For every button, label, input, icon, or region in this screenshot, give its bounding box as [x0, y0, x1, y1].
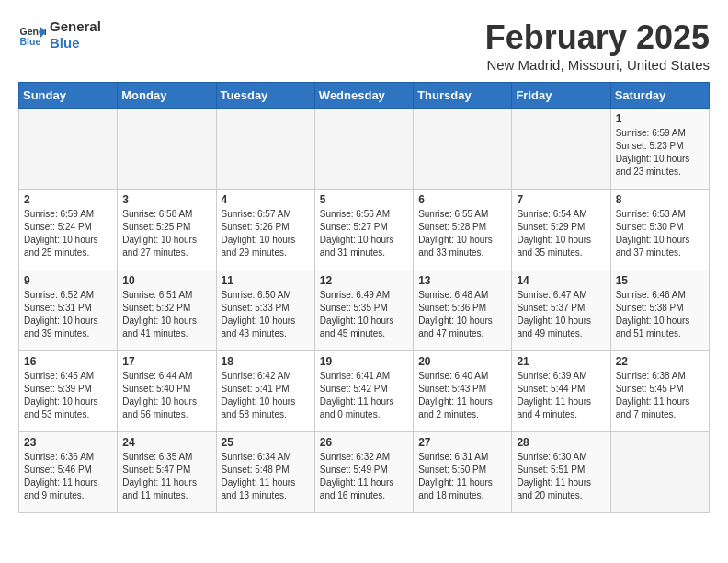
calendar-day-cell [19, 109, 118, 190]
calendar-day-cell [216, 109, 314, 190]
calendar-day-cell: 2Sunrise: 6:59 AM Sunset: 5:24 PM Daylig… [19, 190, 118, 270]
day-info: Sunrise: 6:46 AM Sunset: 5:38 PM Dayligh… [616, 289, 704, 340]
calendar-day-cell: 18Sunrise: 6:42 AM Sunset: 5:41 PM Dayli… [216, 351, 314, 432]
day-number: 27 [418, 436, 506, 449]
day-number: 18 [222, 355, 310, 368]
day-info: Sunrise: 6:49 AM Sunset: 5:35 PM Dayligh… [320, 289, 408, 340]
day-info: Sunrise: 6:45 AM Sunset: 5:39 PM Dayligh… [24, 370, 112, 421]
calendar-week-row: 23Sunrise: 6:36 AM Sunset: 5:46 PM Dayli… [19, 432, 710, 513]
day-number: 20 [418, 355, 506, 368]
calendar-day-cell: 6Sunrise: 6:55 AM Sunset: 5:28 PM Daylig… [414, 190, 512, 270]
calendar-day-cell [314, 109, 413, 190]
day-info: Sunrise: 6:57 AM Sunset: 5:26 PM Dayligh… [222, 208, 310, 259]
calendar-day-cell: 21Sunrise: 6:39 AM Sunset: 5:44 PM Dayli… [512, 351, 610, 432]
day-info: Sunrise: 6:40 AM Sunset: 5:43 PM Dayligh… [418, 370, 506, 421]
day-number: 3 [122, 193, 210, 206]
calendar-day-cell: 26Sunrise: 6:32 AM Sunset: 5:49 PM Dayli… [314, 432, 413, 513]
day-of-week-header: Saturday [610, 83, 709, 109]
day-info: Sunrise: 6:54 AM Sunset: 5:29 PM Dayligh… [517, 208, 605, 259]
calendar-day-cell: 20Sunrise: 6:40 AM Sunset: 5:43 PM Dayli… [414, 351, 512, 432]
calendar-day-cell: 19Sunrise: 6:41 AM Sunset: 5:42 PM Dayli… [314, 351, 413, 432]
day-info: Sunrise: 6:41 AM Sunset: 5:42 PM Dayligh… [320, 370, 408, 421]
day-info: Sunrise: 6:42 AM Sunset: 5:41 PM Dayligh… [222, 370, 310, 421]
day-info: Sunrise: 6:39 AM Sunset: 5:44 PM Dayligh… [517, 370, 605, 421]
day-number: 25 [222, 436, 310, 449]
day-number: 7 [517, 193, 605, 206]
day-number: 6 [418, 193, 506, 206]
day-info: Sunrise: 6:30 AM Sunset: 5:51 PM Dayligh… [517, 451, 605, 502]
day-info: Sunrise: 6:56 AM Sunset: 5:27 PM Dayligh… [320, 208, 408, 259]
day-number: 8 [616, 193, 704, 206]
logo-icon: General Blue [18, 21, 46, 49]
day-info: Sunrise: 6:59 AM Sunset: 5:24 PM Dayligh… [24, 208, 112, 259]
day-info: Sunrise: 6:36 AM Sunset: 5:46 PM Dayligh… [24, 451, 112, 502]
day-number: 10 [122, 274, 210, 287]
day-number: 9 [24, 274, 112, 287]
calendar-day-cell [414, 109, 512, 190]
calendar-day-cell [512, 109, 610, 190]
calendar-day-cell: 7Sunrise: 6:54 AM Sunset: 5:29 PM Daylig… [512, 190, 610, 270]
day-number: 4 [222, 193, 310, 206]
day-number: 21 [517, 355, 605, 368]
calendar-day-cell: 3Sunrise: 6:58 AM Sunset: 5:25 PM Daylig… [118, 190, 216, 270]
calendar-day-cell [610, 432, 709, 513]
calendar-day-cell: 12Sunrise: 6:49 AM Sunset: 5:35 PM Dayli… [314, 270, 413, 351]
logo-text-general: General [50, 18, 101, 35]
day-info: Sunrise: 6:52 AM Sunset: 5:31 PM Dayligh… [24, 289, 112, 340]
calendar-header-row: SundayMondayTuesdayWednesdayThursdayFrid… [19, 83, 710, 109]
day-info: Sunrise: 6:38 AM Sunset: 5:45 PM Dayligh… [616, 370, 704, 421]
calendar-day-cell: 22Sunrise: 6:38 AM Sunset: 5:45 PM Dayli… [610, 351, 709, 432]
day-info: Sunrise: 6:32 AM Sunset: 5:49 PM Dayligh… [320, 451, 408, 502]
calendar-day-cell: 11Sunrise: 6:50 AM Sunset: 5:33 PM Dayli… [216, 270, 314, 351]
day-number: 23 [24, 436, 112, 449]
day-of-week-header: Friday [512, 83, 610, 109]
calendar-day-cell: 9Sunrise: 6:52 AM Sunset: 5:31 PM Daylig… [19, 270, 118, 351]
day-number: 22 [616, 355, 704, 368]
day-of-week-header: Tuesday [216, 83, 314, 109]
day-info: Sunrise: 6:58 AM Sunset: 5:25 PM Dayligh… [122, 208, 210, 259]
calendar-day-cell: 27Sunrise: 6:31 AM Sunset: 5:50 PM Dayli… [414, 432, 512, 513]
calendar-day-cell: 10Sunrise: 6:51 AM Sunset: 5:32 PM Dayli… [118, 270, 216, 351]
calendar-day-cell: 5Sunrise: 6:56 AM Sunset: 5:27 PM Daylig… [314, 190, 413, 270]
calendar-day-cell: 24Sunrise: 6:35 AM Sunset: 5:47 PM Dayli… [118, 432, 216, 513]
day-info: Sunrise: 6:53 AM Sunset: 5:30 PM Dayligh… [616, 208, 704, 259]
calendar-day-cell: 1Sunrise: 6:59 AM Sunset: 5:23 PM Daylig… [610, 109, 709, 190]
day-info: Sunrise: 6:34 AM Sunset: 5:48 PM Dayligh… [222, 451, 310, 502]
calendar-day-cell [118, 109, 216, 190]
day-of-week-header: Thursday [414, 83, 512, 109]
day-number: 19 [320, 355, 408, 368]
day-of-week-header: Monday [118, 83, 216, 109]
day-number: 28 [517, 436, 605, 449]
day-number: 16 [24, 355, 112, 368]
calendar-day-cell: 25Sunrise: 6:34 AM Sunset: 5:48 PM Dayli… [216, 432, 314, 513]
calendar-day-cell: 14Sunrise: 6:47 AM Sunset: 5:37 PM Dayli… [512, 270, 610, 351]
day-number: 26 [320, 436, 408, 449]
day-info: Sunrise: 6:31 AM Sunset: 5:50 PM Dayligh… [418, 451, 506, 502]
calendar-week-row: 9Sunrise: 6:52 AM Sunset: 5:31 PM Daylig… [19, 270, 710, 351]
calendar-day-cell: 15Sunrise: 6:46 AM Sunset: 5:38 PM Dayli… [610, 270, 709, 351]
day-number: 12 [320, 274, 408, 287]
day-number: 15 [616, 274, 704, 287]
page-header: General Blue General Blue February 2025 … [18, 18, 710, 73]
calendar-table: SundayMondayTuesdayWednesdayThursdayFrid… [18, 82, 710, 513]
day-info: Sunrise: 6:48 AM Sunset: 5:36 PM Dayligh… [418, 289, 506, 340]
svg-text:Blue: Blue [20, 36, 41, 47]
day-number: 1 [616, 112, 704, 125]
calendar-day-cell: 8Sunrise: 6:53 AM Sunset: 5:30 PM Daylig… [610, 190, 709, 270]
day-info: Sunrise: 6:55 AM Sunset: 5:28 PM Dayligh… [418, 208, 506, 259]
calendar-week-row: 2Sunrise: 6:59 AM Sunset: 5:24 PM Daylig… [19, 190, 710, 270]
calendar-day-cell: 16Sunrise: 6:45 AM Sunset: 5:39 PM Dayli… [19, 351, 118, 432]
day-number: 17 [122, 355, 210, 368]
day-info: Sunrise: 6:35 AM Sunset: 5:47 PM Dayligh… [122, 451, 210, 502]
day-number: 24 [122, 436, 210, 449]
day-info: Sunrise: 6:44 AM Sunset: 5:40 PM Dayligh… [122, 370, 210, 421]
calendar-title: February 2025 [485, 18, 710, 57]
day-number: 14 [517, 274, 605, 287]
calendar-day-cell: 13Sunrise: 6:48 AM Sunset: 5:36 PM Dayli… [414, 270, 512, 351]
logo-text-blue: Blue [50, 35, 101, 52]
day-info: Sunrise: 6:59 AM Sunset: 5:23 PM Dayligh… [616, 127, 704, 178]
calendar-week-row: 16Sunrise: 6:45 AM Sunset: 5:39 PM Dayli… [19, 351, 710, 432]
day-of-week-header: Wednesday [314, 83, 413, 109]
logo: General Blue General Blue [18, 18, 101, 52]
day-number: 11 [222, 274, 310, 287]
